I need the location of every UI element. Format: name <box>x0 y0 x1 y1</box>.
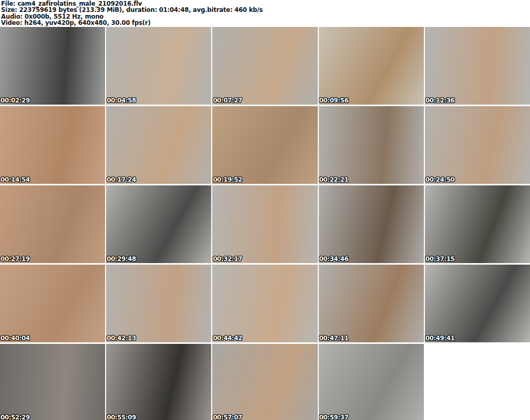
frame-timestamp-overlay: 00:24:50 <box>425 177 455 183</box>
frame-placeholder <box>212 106 317 184</box>
video-frame-thumbnail: 00:32:17 <box>212 185 317 263</box>
frame-timestamp-overlay: 00:59:37 <box>319 414 349 420</box>
frame-timestamp-overlay: 00:19:52 <box>213 177 242 183</box>
frame-timestamp-overlay: 00:12:36 <box>425 97 455 104</box>
frame-placeholder <box>319 106 424 184</box>
frame-timestamp-overlay: 00:52:29 <box>1 414 30 420</box>
frame-placeholder <box>0 27 105 105</box>
video-frame-thumbnail: 00:17:24 <box>106 106 211 184</box>
video-frame-thumbnail: 00:57:07 <box>212 344 317 420</box>
frame-timestamp-overlay: 00:40:04 <box>1 335 30 342</box>
frame-placeholder <box>0 344 105 420</box>
frame-timestamp-overlay: 00:29:48 <box>107 256 136 263</box>
frame-timestamp-overlay: 00:49:41 <box>425 335 455 342</box>
video-frame-thumbnail: 00:40:04 <box>0 265 105 342</box>
frame-timestamp-overlay: 00:09:56 <box>319 97 349 104</box>
thumbnail-grid: 00:02:2900:04:5800:07:2700:09:5600:12:36… <box>0 27 530 420</box>
video-frame-thumbnail: 00:49:41 <box>425 265 530 342</box>
frame-placeholder <box>0 106 105 184</box>
frame-placeholder <box>212 344 317 420</box>
frame-timestamp-overlay: 00:17:24 <box>107 177 136 183</box>
frame-placeholder <box>106 106 211 184</box>
frame-placeholder <box>212 265 317 342</box>
frame-placeholder <box>0 185 105 263</box>
frame-placeholder <box>425 27 530 105</box>
frame-timestamp-overlay: 00:07:27 <box>213 97 242 104</box>
video-frame-thumbnail: 00:44:42 <box>212 265 317 342</box>
frame-placeholder <box>425 265 530 342</box>
video-info-line: Video: h264, yuv420p, 640x480, 30.00 fps… <box>1 20 530 26</box>
media-info-header: File: cam4_zafirolatins_male_21092016.fl… <box>0 0 530 27</box>
frame-placeholder <box>106 27 211 105</box>
video-frame-thumbnail: 00:59:37 <box>319 344 424 420</box>
frame-placeholder <box>106 265 211 342</box>
video-frame-thumbnail: 00:37:15 <box>425 185 530 263</box>
frame-placeholder <box>106 185 211 263</box>
video-frame-thumbnail: 00:22:21 <box>319 106 424 184</box>
video-frame-thumbnail: 00:02:29 <box>0 27 105 105</box>
video-frame-thumbnail: 00:42:13 <box>106 265 211 342</box>
video-frame-thumbnail: 00:09:56 <box>319 27 424 105</box>
frame-timestamp-overlay: 00:47:11 <box>319 335 349 342</box>
frame-placeholder <box>0 265 105 342</box>
frame-placeholder <box>319 185 424 263</box>
video-frame-thumbnail: 00:24:50 <box>425 106 530 184</box>
size-info-line: Size: 223759619 bytes (213.39 MiB), dura… <box>1 7 530 13</box>
frame-placeholder <box>425 106 530 184</box>
video-frame-thumbnail: 00:12:36 <box>425 27 530 105</box>
frame-timestamp-overlay: 00:27:19 <box>1 256 30 263</box>
video-frame-thumbnail: 00:34:46 <box>319 185 424 263</box>
frame-placeholder <box>106 344 211 420</box>
empty-grid-cell <box>425 344 530 420</box>
video-frame-thumbnail: 00:19:52 <box>212 106 317 184</box>
frame-timestamp-overlay: 00:14:54 <box>1 177 30 183</box>
video-frame-thumbnail: 00:04:58 <box>106 27 211 105</box>
frame-timestamp-overlay: 00:32:17 <box>213 256 242 263</box>
video-frame-thumbnail: 00:29:48 <box>106 185 211 263</box>
video-frame-thumbnail: 00:47:11 <box>319 265 424 342</box>
frame-timestamp-overlay: 00:55:09 <box>107 414 136 420</box>
frame-timestamp-overlay: 00:22:21 <box>319 177 349 183</box>
frame-placeholder <box>425 185 530 263</box>
video-frame-thumbnail: 00:27:19 <box>0 185 105 263</box>
video-frame-thumbnail: 00:52:29 <box>0 344 105 420</box>
video-frame-thumbnail: 00:14:54 <box>0 106 105 184</box>
video-frame-thumbnail: 00:07:27 <box>212 27 317 105</box>
video-frame-thumbnail: 00:55:09 <box>106 344 211 420</box>
frame-placeholder <box>319 344 424 420</box>
frame-timestamp-overlay: 00:34:46 <box>319 256 349 263</box>
frame-placeholder <box>319 27 424 105</box>
frame-timestamp-overlay: 00:44:42 <box>213 335 242 342</box>
frame-timestamp-overlay: 00:42:13 <box>107 335 136 342</box>
frame-placeholder <box>212 185 317 263</box>
video-contact-sheet: File: cam4_zafirolatins_male_21092016.fl… <box>0 0 530 420</box>
frame-timestamp-overlay: 00:04:58 <box>107 97 136 104</box>
frame-timestamp-overlay: 00:02:29 <box>1 97 30 104</box>
frame-placeholder <box>319 265 424 342</box>
frame-timestamp-overlay: 00:37:15 <box>425 256 455 263</box>
frame-timestamp-overlay: 00:57:07 <box>213 414 242 420</box>
frame-placeholder <box>212 27 317 105</box>
